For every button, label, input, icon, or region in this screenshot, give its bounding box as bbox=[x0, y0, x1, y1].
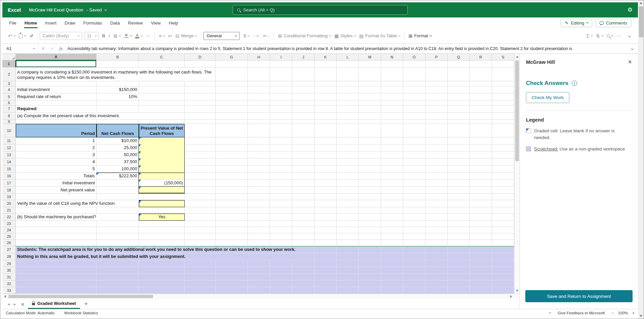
cell-R23[interactable] bbox=[470, 221, 492, 227]
cell-P26[interactable] bbox=[425, 240, 448, 246]
cell-Q26[interactable] bbox=[448, 240, 470, 246]
cell-I20[interactable] bbox=[270, 200, 292, 207]
cell-L19[interactable] bbox=[337, 194, 359, 200]
cell-B11[interactable]: $10,000 bbox=[97, 137, 139, 144]
cell-P13[interactable] bbox=[425, 151, 448, 158]
tab-draw[interactable]: Draw bbox=[61, 17, 79, 28]
column-header-K[interactable]: K bbox=[314, 54, 337, 60]
cell-R1[interactable] bbox=[470, 60, 492, 67]
cell-Q32[interactable] bbox=[448, 280, 470, 287]
cell-J29[interactable] bbox=[292, 260, 314, 267]
cell-L9[interactable] bbox=[337, 120, 359, 124]
cell-K28[interactable] bbox=[314, 253, 337, 260]
cell-J16[interactable] bbox=[292, 173, 314, 180]
cell-M30[interactable] bbox=[359, 267, 381, 274]
cell-R7[interactable] bbox=[470, 105, 492, 112]
cell-G30[interactable] bbox=[216, 267, 248, 274]
cell-S9[interactable] bbox=[492, 120, 514, 124]
cell-K31[interactable] bbox=[314, 274, 337, 280]
cell-I15[interactable] bbox=[270, 166, 292, 173]
cell-O1[interactable] bbox=[403, 60, 425, 67]
column-header-I[interactable]: I bbox=[270, 54, 292, 60]
zoom-in-button[interactable]: + bbox=[632, 311, 635, 315]
cell-L29[interactable] bbox=[337, 260, 359, 267]
paste-button[interactable] bbox=[17, 34, 28, 38]
cell-S32[interactable] bbox=[492, 280, 514, 287]
cell-L26[interactable] bbox=[337, 240, 359, 246]
cell-J12[interactable] bbox=[292, 144, 314, 151]
cell-P28[interactable] bbox=[425, 253, 448, 260]
cell-M13[interactable] bbox=[359, 151, 381, 158]
cell-Q8[interactable] bbox=[448, 112, 470, 120]
cell-N24[interactable] bbox=[381, 227, 403, 233]
cell-G31[interactable] bbox=[216, 274, 248, 280]
cell-M21[interactable] bbox=[359, 207, 381, 214]
cell-S18[interactable] bbox=[492, 187, 514, 194]
cell-J23[interactable] bbox=[292, 221, 314, 227]
row-header-4[interactable]: 4 bbox=[2, 86, 16, 93]
cell-D30[interactable] bbox=[185, 267, 216, 274]
cell-H14[interactable] bbox=[248, 158, 270, 166]
cell-A12[interactable]: 2 bbox=[16, 144, 97, 151]
cell-L23[interactable] bbox=[337, 221, 359, 227]
cell-H15[interactable] bbox=[248, 166, 270, 173]
cell-K1[interactable] bbox=[314, 60, 337, 67]
cell-Q11[interactable] bbox=[448, 137, 470, 144]
close-panel-icon[interactable]: × bbox=[628, 58, 632, 65]
cell-M18[interactable] bbox=[359, 187, 381, 194]
cell-L11[interactable] bbox=[337, 137, 359, 144]
cell-B17[interactable] bbox=[97, 180, 139, 187]
cell-R15[interactable] bbox=[470, 166, 492, 173]
cell-N9[interactable] bbox=[381, 120, 403, 124]
cell-N6[interactable] bbox=[381, 100, 403, 105]
cell-R27[interactable] bbox=[470, 246, 492, 253]
row-header-33[interactable]: 33 bbox=[2, 287, 16, 294]
cell-L27[interactable] bbox=[337, 246, 359, 253]
column-header-R[interactable]: R bbox=[470, 54, 492, 60]
cell-S4[interactable] bbox=[492, 86, 514, 93]
cell-C31[interactable] bbox=[139, 274, 185, 280]
cell-C26[interactable] bbox=[139, 240, 185, 246]
scroll-left-arrow-icon[interactable] bbox=[4, 295, 6, 298]
cell-D17[interactable] bbox=[185, 180, 216, 187]
browser-scrollbar-thumb[interactable] bbox=[639, 6, 643, 37]
cell-S14[interactable] bbox=[492, 158, 514, 166]
cell-M32[interactable] bbox=[359, 280, 381, 287]
cell-A6[interactable] bbox=[16, 100, 97, 105]
cell-M17[interactable] bbox=[359, 180, 381, 187]
cell-S25[interactable] bbox=[492, 233, 514, 240]
cell-H30[interactable] bbox=[248, 267, 270, 274]
undo-button[interactable]: ↶ bbox=[6, 34, 17, 38]
cell-J33[interactable] bbox=[292, 287, 314, 294]
cell-P18[interactable] bbox=[425, 187, 448, 194]
cell-Q27[interactable] bbox=[448, 246, 470, 253]
cell-M2[interactable] bbox=[359, 67, 381, 81]
cell-N17[interactable] bbox=[381, 180, 403, 187]
cell-A10[interactable]: Period bbox=[16, 124, 97, 137]
cell-S13[interactable] bbox=[492, 151, 514, 158]
cell-M12[interactable] bbox=[359, 144, 381, 151]
cell-O21[interactable] bbox=[403, 207, 425, 214]
cell-K11[interactable] bbox=[314, 137, 337, 144]
cell-C6[interactable] bbox=[139, 100, 185, 105]
cell-L28[interactable] bbox=[337, 253, 359, 260]
cell-P16[interactable] bbox=[425, 173, 448, 180]
cell-P11[interactable] bbox=[425, 137, 448, 144]
bold-button[interactable]: B bbox=[100, 33, 107, 38]
cell-D13[interactable] bbox=[185, 151, 216, 158]
cell-O33[interactable] bbox=[403, 287, 425, 294]
cell-I6[interactable] bbox=[270, 100, 292, 105]
check-my-work-button[interactable]: Check My Work bbox=[526, 92, 569, 103]
cell-M20[interactable] bbox=[359, 200, 381, 207]
cell-G3[interactable] bbox=[216, 81, 248, 86]
cell-B33[interactable] bbox=[97, 287, 139, 294]
cell-Q18[interactable] bbox=[448, 187, 470, 194]
cell-I33[interactable] bbox=[270, 287, 292, 294]
cell-P25[interactable] bbox=[425, 233, 448, 240]
cell-K3[interactable] bbox=[314, 81, 337, 86]
cell-M23[interactable] bbox=[359, 221, 381, 227]
cell-B1[interactable] bbox=[97, 60, 139, 67]
cell-Q29[interactable] bbox=[448, 260, 470, 267]
cell-B32[interactable] bbox=[97, 280, 139, 287]
cell-D1[interactable] bbox=[185, 60, 216, 67]
